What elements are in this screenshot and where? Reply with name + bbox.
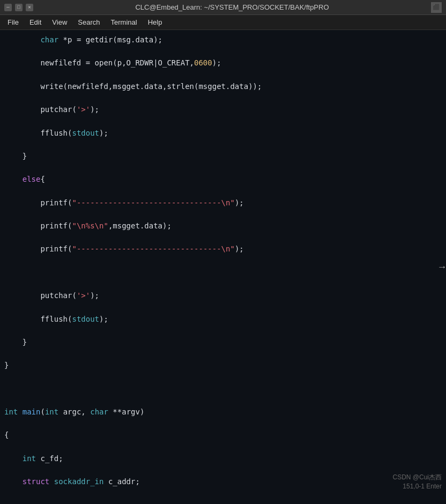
minimize-button[interactable]: —	[4, 4, 12, 11]
code-content: char *p = getdir(msg.data); newfilefd = …	[0, 34, 446, 504]
menubar: File Edit View Search Terminal Help	[0, 15, 446, 30]
menu-edit[interactable]: Edit	[24, 16, 47, 28]
menu-file[interactable]: File	[2, 16, 24, 28]
window-title: CLC@Embed_Learn: ~/SYSTEM_PRO/SOCKET/BAK…	[135, 3, 329, 11]
titlebar: — □ ✕ CLC@Embed_Learn: ~/SYSTEM_PRO/SOCK…	[0, 0, 446, 15]
window-controls[interactable]: — □ ✕	[4, 4, 33, 11]
code-text: char *p = getdir(msg.data); newfilefd = …	[4, 34, 437, 504]
code-editor[interactable]: char *p = getdir(msg.data); newfilefd = …	[0, 30, 446, 504]
scroll-right-indicator: →	[439, 262, 445, 272]
menu-terminal[interactable]: Terminal	[106, 16, 143, 28]
terminal-icon: ⬛	[431, 2, 442, 13]
watermark-line2: 151,0-1 Enter	[392, 482, 442, 491]
watermark-line1: CSDN @Cui杰西	[392, 473, 442, 482]
maximize-button[interactable]: □	[15, 4, 23, 11]
menu-view[interactable]: View	[47, 16, 72, 28]
menu-search[interactable]: Search	[72, 16, 105, 28]
menu-help[interactable]: Help	[143, 16, 168, 28]
watermark: CSDN @Cui杰西 151,0-1 Enter	[392, 473, 442, 491]
close-button[interactable]: ✕	[26, 4, 33, 11]
